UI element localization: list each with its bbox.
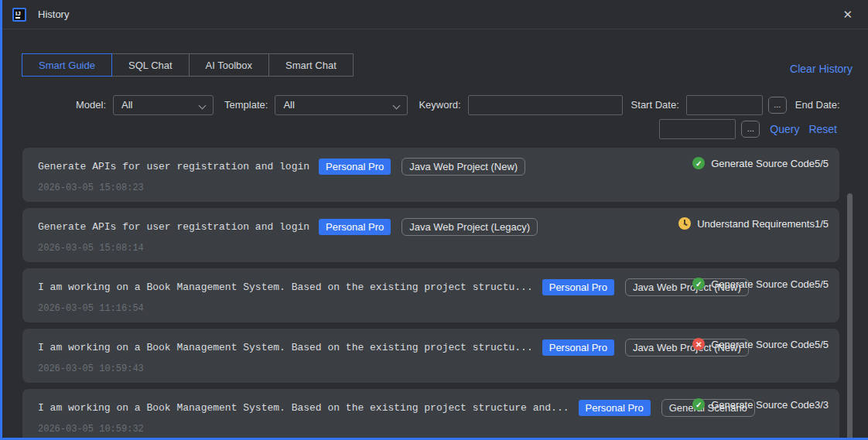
end-date-picker-button[interactable]: ... xyxy=(741,121,760,138)
model-badge: Personal Pro xyxy=(542,339,614,356)
template-select[interactable]: All xyxy=(275,95,408,115)
template-badge: Java Web Project (Legacy) xyxy=(402,218,538,236)
template-badge: Java Web Project (New) xyxy=(402,158,525,176)
status-success: ✓ Generate Source Code3/3 xyxy=(692,398,829,411)
keyword-input[interactable] xyxy=(468,95,623,115)
check-circle-icon: ✓ xyxy=(692,278,705,290)
model-badge: Personal Pro xyxy=(319,159,391,175)
history-item-timestamp: 2026-03-05 11:16:54 xyxy=(38,303,827,314)
history-item-timestamp: 2026-03-05 10:59:43 xyxy=(38,363,827,374)
history-item-title: Generate APIs for user registration and … xyxy=(38,161,309,172)
history-item-timestamp: 2026-03-05 15:08:23 xyxy=(38,182,827,193)
history-item-title: I am working on a Book Management System… xyxy=(38,281,533,293)
status-label: Generate Source Code3/3 xyxy=(711,399,829,411)
keyword-label: Keyword: xyxy=(419,99,460,111)
history-item-timestamp: 2026-03-05 10:59:32 xyxy=(38,424,827,435)
history-item-timestamp: 2026-03-05 15:08:14 xyxy=(38,243,827,254)
query-button[interactable]: Query xyxy=(770,123,799,135)
clock-icon xyxy=(678,217,691,230)
chevron-down-icon xyxy=(199,101,207,109)
template-label: Template: xyxy=(224,99,268,111)
status-label: Understand Requirements1/5 xyxy=(697,218,829,230)
filter-row-1: Model: All Template: All Keyword: Start … xyxy=(2,94,868,116)
model-badge: Personal Pro xyxy=(542,279,614,295)
chevron-down-icon xyxy=(393,101,401,109)
history-item[interactable]: Generate APIs for user registration and … xyxy=(22,208,839,262)
status-success: ✓ Generate Source Code5/5 xyxy=(692,157,829,169)
tab-smart-chat[interactable]: Smart Chat xyxy=(268,53,354,77)
history-item[interactable]: Generate APIs for user registration and … xyxy=(22,148,839,202)
close-icon[interactable]: ✕ xyxy=(838,7,857,22)
model-select[interactable]: All xyxy=(113,95,214,115)
tab-ai-toolbox[interactable]: AI Toolbox xyxy=(189,53,269,77)
template-selected-value: All xyxy=(283,99,294,111)
status-label: Generate Source Code5/5 xyxy=(711,158,829,169)
end-date-label: End Date: xyxy=(795,99,840,111)
filter-panel: Model: All Template: All Keyword: Start … xyxy=(2,94,868,140)
vertical-scrollbar-thumb[interactable] xyxy=(847,193,853,440)
cross-circle-icon: ✕ xyxy=(692,338,705,350)
model-badge: Personal Pro xyxy=(579,400,651,416)
history-item[interactable]: I am working on a Book Management System… xyxy=(22,389,839,440)
window-title: History xyxy=(38,9,69,20)
status-error: ✕ Generate Source Code5/5 xyxy=(692,338,829,350)
history-list: Generate APIs for user registration and … xyxy=(22,148,839,440)
model-badge: Personal Pro xyxy=(319,219,391,235)
history-dialog: { "window": { "title": "History", "app_i… xyxy=(0,0,868,440)
tab-smart-guide[interactable]: Smart Guide xyxy=(22,53,112,77)
reset-button[interactable]: Reset xyxy=(808,123,837,135)
model-selected-value: All xyxy=(121,99,132,111)
start-date-input[interactable] xyxy=(686,95,763,115)
clear-history-link[interactable]: Clear History xyxy=(790,63,853,75)
status-pending: Understand Requirements1/5 xyxy=(678,217,829,230)
history-item-title: I am working on a Book Management System… xyxy=(38,342,533,353)
start-date-label: Start Date: xyxy=(631,99,679,111)
model-label: Model: xyxy=(76,99,106,111)
history-item-title: Generate APIs for user registration and … xyxy=(38,221,309,233)
history-item-title: I am working on a Book Management System… xyxy=(38,402,569,414)
start-date-picker-button[interactable]: ... xyxy=(768,97,787,114)
history-item[interactable]: I am working on a Book Management System… xyxy=(22,329,839,383)
status-label: Generate Source Code5/5 xyxy=(711,339,829,350)
check-circle-icon: ✓ xyxy=(692,157,705,169)
title-bar: IJ History ✕ xyxy=(2,0,868,29)
history-item[interactable]: I am working on a Book Management System… xyxy=(22,268,839,322)
check-circle-icon: ✓ xyxy=(692,398,705,411)
status-label: Generate Source Code5/5 xyxy=(711,278,829,290)
filter-row-2: ... Query Reset xyxy=(2,118,868,140)
end-date-input[interactable] xyxy=(659,119,736,139)
tab-bar: Smart Guide SQL Chat AI Toolbox Smart Ch… xyxy=(22,53,868,77)
intellij-app-icon: IJ xyxy=(12,8,26,22)
tab-sql-chat[interactable]: SQL Chat xyxy=(111,53,190,77)
status-success: ✓ Generate Source Code5/5 xyxy=(692,278,829,290)
